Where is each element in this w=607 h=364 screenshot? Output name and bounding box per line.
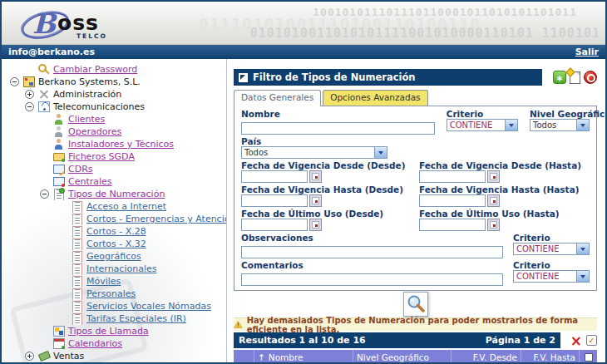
- warning-bar: Hay demasiados Tipos de Numeración para …: [234, 317, 597, 331]
- calendar-picker-icon[interactable]: [309, 219, 322, 231]
- nivel-geografico-select[interactable]: Todos: [530, 119, 590, 131]
- sidebar-item[interactable]: Internacionales: [86, 263, 156, 274]
- fecha-vigencia-desde-hasta-input[interactable]: [419, 170, 486, 183]
- sidebar-item[interactable]: Administración: [53, 89, 121, 100]
- sort-ascending-icon[interactable]: ↑: [258, 352, 265, 362]
- observaciones-criterio-select[interactable]: CONTIENE: [513, 243, 590, 255]
- sidebar-item[interactable]: Clientes: [68, 114, 105, 125]
- close-power-icon[interactable]: [584, 71, 597, 84]
- observaciones-label: Observaciones: [241, 233, 503, 243]
- column-header-nivel-geografico[interactable]: Nivel Geográfico: [353, 350, 451, 362]
- sidebar-item[interactable]: Calendarios: [68, 338, 122, 349]
- numbering-icon: [53, 189, 65, 199]
- collapse-toggle-icon[interactable]: [25, 102, 34, 111]
- sidebar-item[interactable]: Cortos - Emergencias y Atención Ciu: [86, 214, 226, 224]
- fecha-label: Fecha de Vigencia Hasta (Hasta): [419, 184, 590, 194]
- fecha-label: Fecha de Vigencia Desde (Hasta): [419, 160, 590, 170]
- fecha-vigencia-desde-desde-input[interactable]: [241, 170, 308, 183]
- criterio-label: Criterio: [447, 109, 518, 119]
- tab-datos-generales[interactable]: Datos Generales: [234, 90, 321, 106]
- sidebar-item[interactable]: Centrales: [68, 176, 112, 187]
- fecha-vigencia-hasta-hasta-input[interactable]: [419, 194, 486, 207]
- logout-link[interactable]: Salir: [575, 47, 599, 57]
- expand-toggle-icon[interactable]: [25, 90, 34, 99]
- list-icon: [72, 201, 83, 212]
- tab-opciones-avanzadas[interactable]: Opciones Avanzadas: [323, 90, 427, 106]
- fecha-ultimo-uso-desde-input[interactable]: [241, 219, 308, 231]
- column-header-fv-desde[interactable]: F.V. Desde: [451, 350, 521, 362]
- tree-row: Cortos - X.32: [2, 238, 226, 250]
- sidebar-item[interactable]: Tipos de Numeración: [68, 189, 165, 199]
- sidebar-item[interactable]: Ventas: [53, 351, 84, 362]
- nivel-geografico-label: Nivel Geográfico: [530, 109, 590, 119]
- calendar-picker-icon[interactable]: [309, 194, 322, 207]
- chevron-down-icon: [374, 147, 387, 158]
- criterio-select[interactable]: CONTIENE: [447, 119, 518, 131]
- new-filter-icon[interactable]: [570, 71, 580, 84]
- tree-row: Ventas: [2, 350, 226, 362]
- calendar-picker-icon[interactable]: [309, 170, 322, 183]
- tree-row: Tipos de Numeración: [2, 188, 226, 200]
- sidebar-item[interactable]: Cambiar Password: [53, 64, 137, 75]
- tree-row: Acceso a Internet: [2, 200, 226, 213]
- app-header: B oss TELCO 01110101001110100110100110 1…: [2, 2, 605, 45]
- criterio-label: Criterio: [513, 233, 590, 243]
- central-icon: [53, 176, 65, 187]
- sidebar-item[interactable]: Instaladores y Técnicos: [68, 139, 174, 150]
- select-all-icon[interactable]: ✓: [586, 335, 597, 346]
- fecha-ultimo-uso-hasta-input[interactable]: [419, 219, 486, 231]
- sidebar-item[interactable]: Personales: [86, 288, 136, 299]
- pais-value: Todos: [242, 148, 374, 157]
- list-icon: [72, 239, 83, 249]
- list-icon: [72, 301, 83, 312]
- collapse-toggle-icon[interactable]: [10, 77, 19, 86]
- sidebar-item[interactable]: Cortos - X.32: [86, 239, 146, 249]
- list-icon: [72, 263, 83, 274]
- cdr-icon: [53, 164, 65, 175]
- sidebar-item[interactable]: Operadores: [68, 126, 121, 137]
- sidebar-item[interactable]: Telecomunicaciones: [53, 101, 145, 112]
- sidebar-item[interactable]: Servicios Vocales Nómadas: [86, 301, 211, 312]
- list-icon: [72, 276, 83, 287]
- clear-list-icon[interactable]: ×: [570, 334, 582, 347]
- calendar-picker-icon[interactable]: [487, 194, 500, 207]
- collapse-panel-icon[interactable]: [239, 73, 248, 82]
- column-label: F.V. Desde: [473, 352, 517, 362]
- observaciones-input[interactable]: [241, 246, 503, 258]
- calendar-picker-icon[interactable]: [487, 170, 500, 183]
- tree-row: Calendarios: [2, 337, 226, 350]
- sidebar-item[interactable]: Móviles: [86, 276, 121, 287]
- tree-row: Internacionales: [2, 263, 226, 275]
- search-button[interactable]: [403, 292, 428, 317]
- sidebar-item[interactable]: CDRs: [68, 164, 93, 175]
- sidebar-item[interactable]: Tipos de Llamada: [68, 326, 149, 337]
- list-icon: [72, 214, 83, 224]
- search-icon: [406, 294, 426, 314]
- collapse-toggle-icon[interactable]: [40, 189, 49, 199]
- pais-select[interactable]: Todos: [241, 146, 387, 159]
- session-bar: info@berkano.es Salir: [2, 45, 605, 59]
- nombre-input[interactable]: [241, 122, 435, 135]
- sidebar-item[interactable]: Cortos - X.28: [86, 226, 146, 237]
- clean-filter-icon[interactable]: *: [553, 71, 566, 84]
- tree-row: Administración: [2, 88, 226, 101]
- sidebar-item[interactable]: Acceso a Internet: [86, 201, 166, 212]
- fecha-vigencia-hasta-desde-input[interactable]: [241, 194, 308, 207]
- chevron-down-icon: [576, 271, 589, 282]
- column-header-nombre[interactable]: ↑ Nombre: [254, 350, 353, 362]
- sidebar-item[interactable]: Geográficos: [86, 251, 141, 262]
- results-header: Resultados 1 al 10 de 16 Página 1 de 2: [234, 332, 560, 348]
- comentarios-label: Comentarios: [241, 260, 503, 270]
- calendar-picker-icon[interactable]: [487, 219, 500, 231]
- sidebar-item[interactable]: Tarifas Especiales (IR): [86, 313, 186, 324]
- select-all-checkbox[interactable]: [585, 353, 593, 362]
- comentarios-input[interactable]: [241, 273, 503, 286]
- expand-toggle-icon[interactable]: [25, 352, 34, 361]
- sidebar-item[interactable]: Ficheros SGDA: [68, 151, 135, 162]
- sidebar-item[interactable]: Berkano Systems, S.L.: [38, 76, 141, 87]
- svg-text:oss: oss: [57, 11, 99, 35]
- tree-row: Geográficos: [2, 250, 226, 263]
- column-header-fv-hasta[interactable]: F.V. Hasta: [521, 350, 579, 362]
- comentarios-criterio-select[interactable]: CONTIENE: [513, 270, 590, 283]
- tree-row: Cambiar Password: [2, 63, 226, 76]
